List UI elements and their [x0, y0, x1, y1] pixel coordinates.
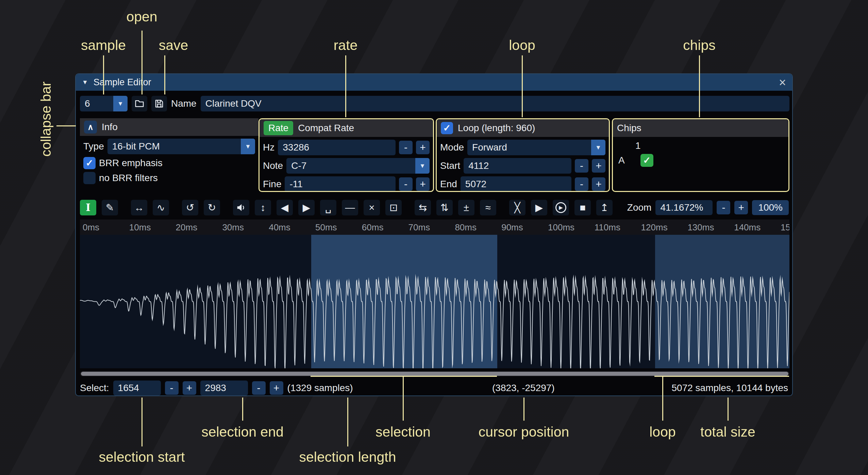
loop-start-label: Start	[440, 160, 460, 171]
window-collapse-icon[interactable]: ▼	[82, 79, 88, 86]
mode-value: Forward	[467, 142, 591, 153]
resize-button[interactable]: ↔	[131, 200, 147, 215]
folder-icon	[134, 99, 145, 109]
zoom-in-button[interactable]: +	[734, 201, 748, 214]
chevron-down-icon[interactable]: ▼	[415, 158, 430, 174]
undo-button[interactable]: ↺	[182, 200, 198, 215]
type-label: Type	[83, 141, 104, 152]
insert-silence-button[interactable]: ␣	[320, 200, 336, 215]
ruler-label: 150	[781, 222, 789, 233]
hz-increment-button[interactable]: +	[416, 141, 430, 154]
redo-button[interactable]: ↻	[204, 200, 220, 215]
open-button[interactable]	[132, 96, 147, 111]
loop-end-input[interactable]: 5072	[461, 176, 571, 192]
info-panel: ∧ Info Type 16-bit PCM ▼ ✓ BRR emphasis	[80, 118, 258, 192]
invert-button[interactable]: ⇅	[436, 200, 453, 215]
hz-decrement-button[interactable]: -	[399, 141, 413, 154]
chevron-down-icon[interactable]: ▼	[241, 139, 255, 154]
ruler-label: 140ms	[734, 222, 761, 233]
zoom-out-button[interactable]: -	[717, 201, 730, 214]
selection-start-increment-button[interactable]: +	[183, 381, 196, 395]
annotation-selection-end: selection end	[201, 424, 284, 440]
chips-header: Chips	[617, 123, 641, 134]
loop-start-decrement-button[interactable]: -	[575, 159, 588, 173]
sample-selector[interactable]: 6 ▼	[80, 96, 128, 111]
fade-out-button[interactable]: ▶	[298, 200, 315, 215]
amplify-button[interactable]	[233, 200, 249, 215]
name-input[interactable]: Clarinet DQV	[201, 96, 789, 111]
scrollbar-thumb[interactable]	[81, 372, 788, 376]
ruler-label: 90ms	[501, 222, 523, 233]
signed-unsigned-button[interactable]: ±	[458, 200, 474, 215]
select-button[interactable]: I	[80, 200, 96, 215]
selection-start-input[interactable]: 1654	[113, 381, 161, 395]
no-brr-filters-checkbox[interactable]	[83, 172, 96, 184]
fine-increment-button[interactable]: +	[416, 177, 430, 191]
waveform-canvas[interactable]	[80, 235, 789, 368]
loop-mode-select[interactable]: Forward ▼	[467, 140, 605, 155]
resample-button[interactable]: ∿	[153, 200, 169, 215]
apply-silence-button[interactable]: ―	[342, 200, 358, 215]
background: ▼ Sample Editor × 6 ▼ Name Clarinet DQV	[0, 0, 868, 475]
annotation-line-cursor-position	[523, 398, 524, 421]
preview-selection-button[interactable]: ▶	[553, 200, 569, 215]
zoom-input[interactable]: 41.1672%	[655, 200, 713, 215]
check-icon: ✓	[643, 155, 651, 166]
annotation-loop: loop	[509, 37, 535, 53]
no-brr-filters-label: no BRR filters	[99, 173, 158, 183]
ruler-label: 100ms	[548, 222, 574, 233]
name-label: Name	[171, 98, 197, 109]
delete-button[interactable]: ×	[364, 200, 380, 215]
ruler-label: 10ms	[129, 222, 151, 233]
type-select[interactable]: 16-bit PCM ▼	[107, 139, 255, 154]
chip-enable-checkbox[interactable]: ✓	[640, 154, 653, 167]
preview-button[interactable]: ▶	[531, 200, 547, 215]
collapse-bar-button[interactable]: ∧	[84, 121, 97, 134]
loop-end-increment-button[interactable]: +	[592, 177, 605, 191]
selection-end-decrement-button[interactable]: -	[252, 381, 266, 395]
selection-end-input[interactable]: 2983	[200, 381, 248, 395]
draw-button[interactable]: ✎	[102, 200, 118, 215]
fade-in-button[interactable]: ◀	[277, 200, 293, 215]
chips-header-bar: Chips	[613, 119, 788, 137]
crossfade-button[interactable]: ╳	[509, 200, 525, 215]
info-header: Info	[102, 122, 118, 133]
annotation-selection: selection	[375, 424, 431, 440]
note-select[interactable]: C-7 ▼	[286, 158, 430, 174]
annotation-line-selection-length	[347, 398, 348, 446]
annotation-collapse-bar: collapse bar	[38, 82, 54, 157]
annotation-total-size: total size	[700, 424, 755, 440]
loop-checkbox[interactable]: ✓	[441, 122, 453, 134]
brr-emphasis-checkbox[interactable]: ✓	[83, 157, 96, 169]
save-button[interactable]	[151, 96, 167, 111]
annotation-line-total-size	[728, 398, 729, 421]
zoom-reset-button[interactable]: 100%	[752, 200, 789, 215]
hz-input[interactable]: 33286	[278, 140, 396, 155]
loop-end-decrement-button[interactable]: -	[575, 177, 588, 191]
chevron-down-icon[interactable]: ▼	[113, 96, 128, 111]
upload-button[interactable]: ↥	[596, 200, 613, 215]
window-title: Sample Editor	[94, 77, 151, 88]
chevron-up-icon: ∧	[87, 122, 94, 132]
floppy-icon	[154, 99, 164, 109]
fine-decrement-button[interactable]: -	[399, 177, 413, 191]
chevron-down-icon[interactable]: ▼	[591, 140, 605, 155]
loop-start-increment-button[interactable]: +	[592, 159, 605, 173]
trim-button[interactable]: ⊡	[385, 200, 402, 215]
reverse-button[interactable]: ⇆	[415, 200, 431, 215]
rate-tag: Rate	[264, 121, 293, 135]
loop-start-input[interactable]: 4112	[464, 158, 571, 174]
close-icon[interactable]: ×	[779, 76, 786, 89]
ruler-label: 0ms	[83, 222, 99, 233]
loop-panel: ✓ Loop (length: 960) Mode Forward ▼ Star…	[436, 118, 610, 192]
normalize-button[interactable]: ↕	[255, 200, 271, 215]
waveform-display[interactable]	[80, 235, 789, 368]
titlebar[interactable]: ▼ Sample Editor ×	[76, 74, 792, 91]
fine-input[interactable]: -11	[285, 176, 396, 192]
selection-end-increment-button[interactable]: +	[270, 381, 283, 395]
horizontal-scrollbar[interactable]	[80, 371, 789, 376]
stop-preview-button[interactable]: ■	[574, 200, 591, 215]
filter-button[interactable]: ≈	[480, 200, 496, 215]
annotation-cursor-position: cursor position	[479, 424, 569, 440]
selection-start-decrement-button[interactable]: -	[165, 381, 179, 395]
